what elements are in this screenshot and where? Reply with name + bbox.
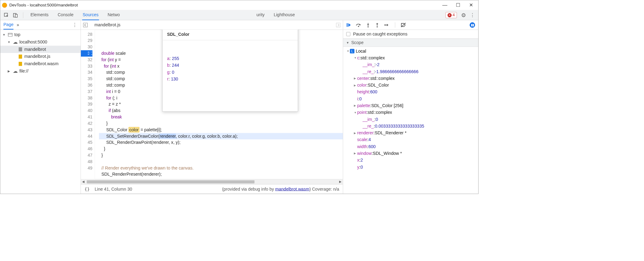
scope-local-header[interactable]: ▼ L Local (343, 48, 478, 54)
panel-tabs: Elements Console Sources Netwo urity Lig… (30, 10, 295, 20)
error-badge[interactable]: ✕ 4 (445, 12, 457, 18)
scope-var-x[interactable]: x: 2 (343, 157, 478, 164)
local-badge-icon: L (350, 49, 354, 54)
scope-var-color[interactable]: ▶ color: SDL_Color (343, 82, 478, 88)
scope-var-point[interactable]: ▼ point: std::complex (343, 109, 478, 116)
scope-var-i[interactable]: i: 0 (343, 95, 478, 102)
svg-point-10 (377, 26, 378, 27)
separator (395, 22, 395, 28)
file-tree: ▼top▼☁localhost:5000mandelbrotmandelbrot… (0, 30, 81, 76)
more-tabs-icon[interactable]: » (17, 22, 19, 27)
resume-icon[interactable] (346, 22, 351, 27)
step-icon[interactable] (384, 23, 389, 27)
main-toolbar: Elements Console Sources Netwo urity Lig… (0, 10, 478, 20)
scope-var-window[interactable]: ▶ window: SDL_Window * (343, 150, 478, 157)
error-count: 4 (453, 13, 455, 18)
more-icon[interactable]: ⋮ (470, 12, 475, 18)
debug-info-text: (provided via debug info by mandelbrot.w… (222, 187, 339, 192)
nav-back-icon[interactable] (83, 23, 88, 27)
horizontal-scrollbar[interactable]: ◀ ▶ (81, 179, 343, 184)
scope-var-__re_[interactable]: __re_: -1.9866666666666666 (343, 68, 478, 75)
inspect-icon[interactable] (3, 12, 9, 18)
tab-security[interactable]: urity (256, 10, 265, 20)
devtools-logo-icon (2, 3, 7, 8)
tree-item-mandelbrot-wasm[interactable]: mandelbrot.wasm (0, 60, 81, 68)
sidebar-menu-icon[interactable]: ⋮ (72, 22, 77, 28)
separator (23, 12, 23, 18)
editor-panel: mandelbrot.js 28293031323334353637383940… (81, 20, 343, 194)
scope-var-center[interactable]: ▶ center: std::complex (343, 75, 478, 82)
hover-tooltip: SDL_Color a: 255b: 244g: 0r: 130 (162, 30, 298, 111)
svg-rect-7 (347, 23, 348, 27)
tree-item-mandelbrot-js[interactable]: mandelbrot.js (0, 53, 81, 60)
debug-info-link[interactable]: mandelbrot.wasm (275, 187, 309, 192)
svg-rect-3 (8, 33, 12, 36)
scope-var-__re_[interactable]: __re_: 0.0033333333333333335 (343, 123, 478, 129)
debugger-toolbar: ▮▮ (343, 20, 478, 30)
tab-console[interactable]: Console (57, 10, 74, 20)
step-into-icon[interactable] (366, 22, 370, 27)
svg-rect-2 (15, 14, 17, 17)
titlebar: DevTools - localhost:5000/mandelbrot — ☐… (0, 0, 478, 10)
scope-var-palette[interactable]: ▶ palette: SDL_Color [256] (343, 102, 478, 109)
scope-var-c[interactable]: ▼ c: std::complex (343, 54, 478, 61)
cursor-position: Line 41, Column 30 (95, 187, 132, 192)
pretty-print-icon[interactable]: {} (85, 187, 90, 192)
scope-var-__im_[interactable]: __im_: -2 (343, 62, 478, 68)
collapse-icon: ▼ (346, 41, 350, 44)
scope-tree: ▼ L Local ▼ c: std::complex __im_: -2 __… (343, 47, 478, 194)
window-title: DevTools - localhost:5000/mandelbrot (9, 3, 78, 8)
step-over-icon[interactable] (356, 23, 361, 27)
svg-point-11 (385, 24, 386, 26)
sources-sidebar: Page » ⋮ ▼top▼☁localhost:5000mandelbrotm… (0, 20, 81, 194)
tab-sources[interactable]: Sources (82, 10, 99, 20)
tooltip-title: SDL_Color (163, 30, 298, 40)
debugger-panel: ▮▮ Pause on caught exceptions ▼ Scope ▼ … (343, 20, 478, 194)
pause-exceptions-icon[interactable]: ▮▮ (470, 22, 475, 28)
close-button[interactable]: ✕ (469, 2, 473, 8)
tooltip-body: a: 255b: 244g: 0r: 130 (163, 53, 298, 85)
code-body[interactable]: SDL_Color a: 255b: 244g: 0r: 130 double … (95, 30, 343, 179)
maximize-button[interactable]: ☐ (456, 2, 460, 8)
tree-item-top[interactable]: ▼top (0, 31, 81, 39)
pause-caught-checkbox[interactable] (346, 32, 350, 36)
page-tab[interactable]: Page (3, 22, 13, 30)
step-out-icon[interactable] (375, 22, 380, 27)
scope-var-__im_[interactable]: __im_: 0 (343, 116, 478, 123)
editor-tab[interactable]: mandelbrot.js (91, 21, 124, 29)
pause-caught-row[interactable]: Pause on caught exceptions (343, 30, 478, 38)
tab-lighthouse[interactable]: Lighthouse (273, 10, 295, 20)
scroll-left-icon[interactable]: ◀ (81, 180, 86, 183)
tree-item-file---[interactable]: ▶☁file:// (0, 68, 81, 75)
pause-caught-label: Pause on caught exceptions (353, 32, 407, 36)
nav-forward-icon[interactable] (336, 23, 341, 27)
scope-var-height[interactable]: height: 600 (343, 89, 478, 95)
scope-var-renderer[interactable]: ▶ renderer: SDL_Renderer * (343, 130, 478, 136)
minimize-button[interactable]: — (442, 2, 447, 8)
tree-item-localhost-5000[interactable]: ▼☁localhost:5000 (0, 39, 81, 46)
device-toggle-icon[interactable] (13, 12, 18, 18)
scope-var-width[interactable]: width: 600 (343, 143, 478, 150)
scroll-thumb[interactable] (87, 180, 254, 183)
error-icon: ✕ (448, 13, 452, 17)
svg-rect-6 (336, 23, 340, 27)
tab-network[interactable]: Netwo (107, 10, 120, 20)
svg-point-9 (368, 26, 369, 27)
settings-icon[interactable]: ⚙ (461, 12, 466, 18)
scroll-right-icon[interactable]: ▶ (338, 180, 343, 183)
editor-statusbar: {} Line 41, Column 30 (provided via debu… (81, 184, 343, 194)
svg-point-8 (358, 26, 359, 27)
scope-var-scale[interactable]: scale: 4 (343, 136, 478, 143)
tree-item-mandelbrot[interactable]: mandelbrot (0, 46, 81, 53)
svg-rect-5 (83, 23, 87, 27)
code-editor[interactable]: 2829303132333435363738394041424344454647… (81, 30, 343, 179)
scope-var-y[interactable]: y: 0 (343, 164, 478, 170)
line-gutter[interactable]: 2829303132333435363738394041424344454647… (81, 30, 95, 179)
deactivate-breakpoints-icon[interactable] (401, 22, 406, 27)
tab-elements[interactable]: Elements (30, 10, 49, 20)
scope-header[interactable]: ▼ Scope (343, 39, 478, 47)
